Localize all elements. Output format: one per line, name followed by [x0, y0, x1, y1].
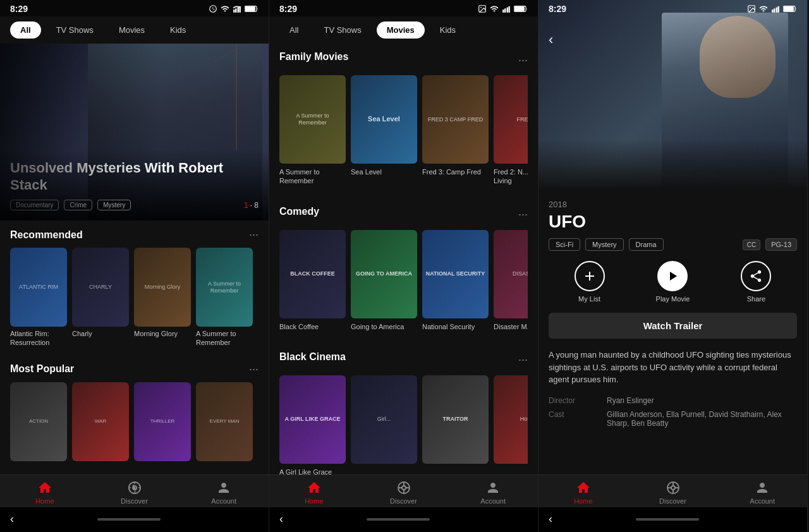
home-icon-3: [576, 480, 591, 495]
battery-icon-3: [783, 4, 797, 13]
nav-home-1[interactable]: Home: [0, 480, 90, 505]
svg-rect-5: [245, 6, 255, 11]
cc-badge: CC: [743, 239, 760, 250]
list-item[interactable]: THRILLER: [134, 382, 191, 464]
status-bar-1: 8:29: [0, 0, 269, 16]
play-movie-button[interactable]: Play Movie: [656, 261, 690, 303]
phone-3: 8:29 ‹ 2018 UFO Sci-Fi Mystery Drama: [538, 0, 808, 532]
more-btn-blackcinema[interactable]: ···: [518, 353, 528, 366]
home-icon-1: [37, 480, 52, 495]
category-grid-blackcinema: A GIRL LIKE GRACE A Girl Like Grace Girl…: [279, 375, 528, 475]
cat-label-sealevel: Sea Level: [351, 167, 417, 176]
list-item[interactable]: FRED 3 CAMP FRED Fred 3: Camp Fred: [422, 75, 489, 186]
list-item[interactable]: Hot...: [494, 375, 528, 475]
bottom-nav-2: Home Discover Account: [269, 475, 538, 507]
phone-1: 8:29 All TV Shows Movies Kids Uns: [0, 0, 269, 532]
thumb-pop1: ACTION: [10, 382, 67, 461]
tab-kids-1[interactable]: Kids: [160, 21, 196, 39]
back-btn-3[interactable]: ‹: [549, 32, 553, 48]
nav-account-3[interactable]: Account: [717, 480, 807, 505]
list-item[interactable]: ACTION: [10, 382, 67, 464]
category-title-family: Family Movies: [279, 51, 348, 63]
list-item[interactable]: Girl...: [351, 375, 417, 475]
thumb-blackcoffee: BLACK COFFEE: [279, 230, 346, 318]
discover-icon-2: [396, 480, 411, 495]
tab-tvshows-2[interactable]: TV Shows: [313, 21, 371, 39]
more-btn-comedy[interactable]: ···: [518, 208, 528, 221]
tab-movies-1[interactable]: Movies: [109, 21, 155, 39]
more-btn-recommended[interactable]: ···: [249, 228, 259, 241]
list-item[interactable]: DISASTER Disaster M...: [494, 230, 528, 331]
discover-icon-3: [666, 480, 681, 495]
tab-all-1[interactable]: All: [10, 21, 41, 39]
thumb-morning-glory: Morning Glory: [134, 248, 191, 327]
svg-rect-10: [504, 8, 506, 12]
watch-trailer-button[interactable]: Watch Trailer: [549, 313, 797, 339]
tab-movies-2[interactable]: Movies: [377, 21, 425, 39]
list-item[interactable]: A Summer to Remember A Summer to Remembe…: [279, 75, 346, 186]
list-item[interactable]: EVERY MAN: [196, 382, 253, 464]
back-btn-3b[interactable]: ‹: [549, 512, 552, 526]
list-item[interactable]: FRED 2 Fred 2: N... the Living: [494, 75, 528, 186]
content-2: Family Movies ··· A Summer to Remember A…: [269, 44, 538, 475]
status-icons-1: [209, 4, 259, 13]
bottom-nav-3: Home Discover Account: [538, 475, 807, 507]
thumb-traitor: TRAITOR: [422, 375, 489, 464]
list-item[interactable]: BLACK COFFEE Black Coffee: [279, 230, 346, 331]
section-popular: Most Popular ··· ACTION WAR THRILLER: [0, 355, 269, 471]
tab-all-2[interactable]: All: [279, 21, 308, 39]
list-item[interactable]: CHARLY Charly: [72, 248, 129, 348]
more-btn-family[interactable]: ···: [518, 54, 528, 67]
list-item[interactable]: TRAITOR: [422, 375, 489, 475]
thumb-hot: Hot...: [494, 375, 528, 464]
nav-label-home-3: Home: [574, 497, 592, 505]
nav-label-discover-2: Discover: [390, 497, 417, 505]
label-charly: Charly: [72, 329, 129, 338]
hero-1: Unsolved Mysteries With Robert Stack Doc…: [0, 44, 269, 221]
nav-discover-1[interactable]: Discover: [90, 480, 179, 505]
svg-point-22: [750, 7, 751, 8]
thumb-pop4: EVERY MAN: [196, 382, 253, 461]
movie-row-popular: ACTION WAR THRILLER EVERY MAN: [10, 382, 259, 471]
share-icon: [741, 261, 771, 291]
content-1: Unsolved Mysteries With Robert Stack Doc…: [0, 44, 269, 475]
account-icon-1: [216, 480, 231, 495]
list-item[interactable]: NATIONAL SECURITY National Security: [422, 230, 489, 331]
list-item[interactable]: Sea Level Sea Level: [351, 75, 417, 186]
list-item[interactable]: ATLANTIC RIM Atlantic Rim: Resurrection: [10, 248, 67, 348]
more-btn-popular[interactable]: ···: [249, 363, 259, 376]
back-btn-2[interactable]: ‹: [279, 512, 283, 526]
nav-discover-3[interactable]: Discover: [628, 480, 718, 505]
thumb-summer: A Summer to Remember: [196, 248, 253, 327]
nav-label-discover-1: Discover: [121, 497, 148, 505]
nav-discover-2[interactable]: Discover: [359, 480, 449, 505]
status-icons-3: [747, 4, 797, 13]
list-item[interactable]: A GIRL LIKE GRACE A Girl Like Grace: [279, 375, 346, 475]
tab-kids-2[interactable]: Kids: [430, 21, 466, 39]
nav-home-2[interactable]: Home: [269, 480, 359, 505]
movie-description: A young man haunted by a childhood UFO s…: [549, 349, 797, 386]
nav-account-1[interactable]: Account: [179, 480, 269, 505]
my-list-button[interactable]: My List: [575, 261, 605, 303]
list-item[interactable]: A Summer to Remember A Summer to Remembe…: [196, 248, 253, 348]
detail-year: 2018: [549, 200, 797, 209]
list-item[interactable]: GOING TO AMERICA Going to America: [351, 230, 417, 331]
status-bar-3: 8:29: [538, 0, 807, 16]
home-bar-2: [367, 518, 430, 521]
phone-bottom-3: ‹: [538, 507, 807, 532]
nav-account-2[interactable]: Account: [448, 480, 538, 505]
home-bar-3: [636, 518, 699, 521]
back-btn-1[interactable]: ‹: [10, 512, 14, 526]
section-family: Family Movies ··· A Summer to Remember A…: [269, 44, 538, 198]
hero-bg-1: [0, 44, 269, 221]
svg-rect-26: [778, 6, 779, 13]
list-item[interactable]: WAR: [72, 382, 129, 464]
nav-tabs-2: All TV Shows Movies Kids: [269, 16, 538, 44]
svg-rect-24: [774, 8, 775, 12]
tag-mystery: Mystery: [585, 238, 624, 251]
share-label: Share: [747, 295, 765, 303]
tab-tvshows-1[interactable]: TV Shows: [46, 21, 104, 39]
share-button[interactable]: Share: [741, 261, 771, 303]
list-item[interactable]: Morning Glory Morning Glory: [134, 248, 191, 348]
nav-home-3[interactable]: Home: [538, 480, 628, 505]
